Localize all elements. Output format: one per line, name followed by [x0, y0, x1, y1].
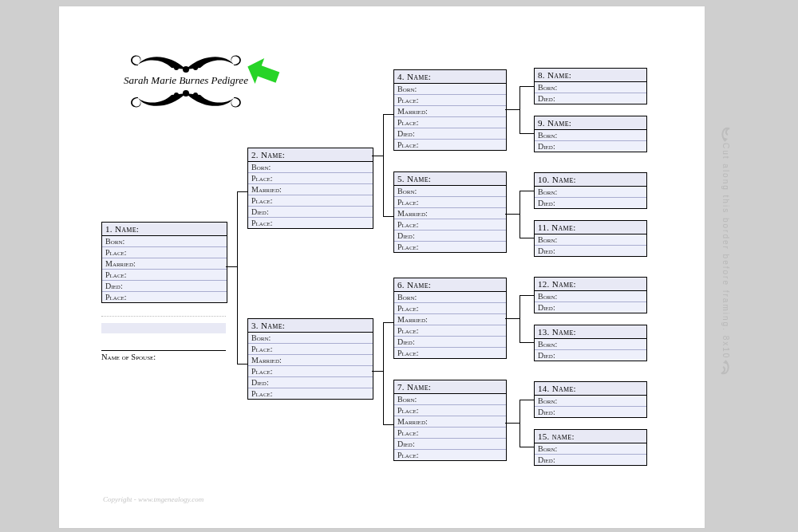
label-place: Place: — [248, 366, 373, 377]
person-3-box: 3. Name: Born: Place: Married: Place: Di… — [247, 318, 373, 400]
label-died: Died: — [535, 93, 646, 104]
label-place: Place: — [102, 270, 227, 281]
connector — [505, 423, 519, 424]
person-15-header: 15. name: — [535, 430, 646, 443]
label-born: Born: — [248, 162, 373, 173]
label-born: Born: — [535, 130, 646, 141]
connector — [519, 295, 520, 342]
person-4-box: 4. Name: Born: Place: Married: Place: Di… — [393, 69, 507, 151]
person-10-header: 10. Name: — [535, 173, 646, 187]
person-4-header: 4. Name: — [394, 70, 506, 84]
person-12-box: 12. Name: Born: Died: — [534, 277, 647, 313]
person-3-header: 3. Name: — [248, 319, 373, 333]
label-place: Place: — [248, 388, 373, 399]
label-married: Married: — [394, 106, 506, 117]
stage: Cut along this border before framing. 8x… — [0, 0, 798, 532]
label-married: Married: — [102, 258, 227, 270]
label-place: Place: — [248, 344, 373, 355]
label-born: Born: — [394, 292, 506, 303]
label-place: Place: — [394, 197, 506, 208]
connector — [505, 214, 519, 215]
connector — [237, 191, 247, 192]
label-married: Married: — [394, 208, 506, 219]
connector — [519, 86, 534, 87]
label-place: Place: — [394, 303, 506, 314]
person-9-header: 9. Name: — [535, 116, 646, 130]
label-place: Place: — [248, 173, 373, 184]
label-place: Place: — [394, 140, 506, 150]
label-place: Place: — [394, 95, 506, 106]
label-married: Married: — [394, 314, 506, 325]
label-born: Born: — [535, 339, 646, 350]
connector — [519, 342, 534, 343]
connector — [519, 133, 534, 134]
person-14-header: 14. Name: — [535, 382, 646, 396]
label-died: Died: — [394, 337, 506, 348]
label-place: Place: — [394, 428, 506, 439]
label-died: Died: — [248, 377, 373, 388]
label-married: Married: — [248, 184, 373, 195]
pedigree-title: Sarah Marie Burnes Pedigree — [106, 74, 266, 87]
connector — [383, 114, 384, 216]
spouse-label: Name of Spouse: — [101, 350, 226, 361]
person-14-box: 14. Name: Born: Died: — [534, 381, 647, 418]
connector — [383, 322, 384, 424]
person-11-header: 11. Name: — [535, 221, 646, 234]
label-born: Born: — [394, 186, 506, 197]
label-died: Died: — [535, 198, 646, 208]
label-born: Born: — [394, 394, 506, 405]
person-1-header: 1. Name: — [102, 223, 227, 236]
connector — [519, 86, 520, 133]
label-died: Died: — [535, 455, 646, 465]
curl-bottom-icon — [718, 359, 733, 378]
label-place: Place: — [102, 292, 227, 302]
connector — [519, 447, 534, 447]
connector — [237, 364, 247, 365]
spouse-slot — [101, 316, 226, 349]
person-7-header: 7. Name: — [394, 380, 506, 394]
person-13-box: 13. Name: Born: Died: — [534, 325, 647, 361]
label-place: Place: — [394, 325, 506, 337]
label-place: Place: — [394, 348, 506, 358]
label-died: Died: — [248, 207, 373, 218]
person-7-box: 7. Name: Born: Place: Married: Place: Di… — [393, 380, 507, 461]
spouse-block: Name of Spouse: — [101, 316, 226, 361]
label-born: Born: — [535, 82, 646, 93]
label-died: Died: — [535, 350, 646, 361]
person-8-header: 8. Name: — [535, 69, 646, 82]
person-6-box: 6. Name: Born: Place: Married: Place: Di… — [393, 278, 507, 359]
connector — [237, 191, 238, 364]
label-died: Died: — [535, 407, 646, 417]
connector — [519, 191, 520, 238]
label-died: Died: — [535, 246, 646, 256]
label-died: Died: — [535, 302, 646, 313]
person-13-header: 13. Name: — [535, 325, 646, 339]
person-11-box: 11. Name: Born: Died: — [534, 220, 647, 257]
connector — [383, 114, 393, 115]
label-place: Place: — [394, 242, 506, 252]
flourish-bottom-icon — [106, 87, 266, 116]
person-5-header: 5. Name: — [394, 172, 506, 186]
label-place: Place: — [248, 195, 373, 207]
label-born: Born: — [102, 236, 227, 247]
label-died: Died: — [394, 128, 506, 140]
green-arrow-icon — [245, 56, 283, 89]
label-place: Place: — [102, 247, 227, 258]
connector — [383, 216, 393, 217]
person-6-header: 6. Name: — [394, 278, 506, 292]
label-married: Married: — [248, 355, 373, 366]
label-place: Place: — [394, 450, 506, 460]
label-born: Born: — [535, 291, 646, 302]
cut-instruction: Cut along this border before framing. 8x… — [718, 124, 733, 411]
person-5-box: 5. Name: Born: Place: Married: Place: Di… — [393, 171, 507, 253]
connector — [519, 400, 520, 447]
label-died: Died: — [102, 281, 227, 292]
connector — [519, 191, 534, 191]
label-born: Born: — [394, 84, 506, 95]
label-died: Died: — [535, 141, 646, 152]
label-married: Married: — [394, 416, 506, 428]
connector — [383, 424, 393, 425]
spouse-bar — [101, 323, 226, 333]
label-born: Born: — [535, 234, 646, 246]
connector — [519, 400, 534, 400]
